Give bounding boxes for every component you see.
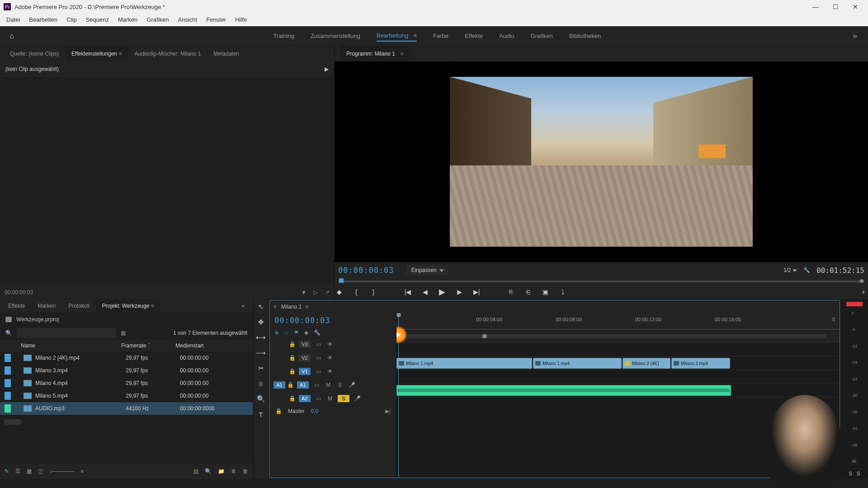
maximize-button[interactable]: ☐ [826,0,844,13]
menu-datei[interactable]: Datei [2,14,24,26]
lift-button[interactable]: ⎘ [506,287,515,296]
new-item-button[interactable]: 🗎 [231,468,236,474]
sync-lock-icon[interactable]: ▭ [314,355,322,361]
add-marker-button[interactable]: ◆ [335,287,344,296]
program-tab[interactable]: Programm: Milano 1 ≡ [340,46,410,61]
play-only-icon[interactable]: ▶ [325,66,329,72]
menu-hilfe[interactable]: Hilfe [231,14,251,26]
eye-icon[interactable]: 👁 [326,341,334,347]
program-timecode[interactable]: 00:00:00:03 [338,266,394,275]
workspace-tab-training[interactable]: Training [273,31,294,41]
linked-selection-icon[interactable]: ∩ [284,329,288,336]
selection-tool[interactable]: ↖ [256,302,266,312]
list-view-icon[interactable]: ☰ [15,468,20,474]
minimize-button[interactable]: — [807,0,825,13]
video-clip[interactable]: Milano 3.mp4 [671,358,730,369]
timeline-marker-icon[interactable]: ◆ [304,329,308,336]
zoom-fit-select[interactable]: Einpassen [407,265,449,275]
menu-sequenz[interactable]: Sequenz [81,14,113,26]
project-tab[interactable]: Protokoll [62,299,96,313]
workspace-tab-grafiken[interactable]: Grafiken [531,31,553,41]
automate-icon[interactable]: ▤ [193,468,198,474]
menu-bearbeiten[interactable]: Bearbeiten [24,14,62,26]
program-scrubber[interactable] [338,278,864,284]
sequence-tab[interactable]: Milano 1 [281,304,302,310]
lock-icon[interactable]: 🔒 [289,395,295,402]
audio-clip[interactable] [396,385,731,396]
menu-grafiken[interactable]: Grafiken [142,14,173,26]
add-marker-icon[interactable]: ⚑ [294,329,299,336]
ripple-edit-tool[interactable]: ⟷ [256,333,266,343]
track-a1[interactable] [396,370,840,384]
menu-fenster[interactable]: Fenster [202,14,231,26]
sync-lock-icon[interactable]: ▭ [314,341,322,347]
mute-button[interactable]: M [324,382,332,388]
timeline-zoom-bar[interactable] [401,334,826,338]
horizontal-scrollbar[interactable] [4,419,22,425]
video-clip[interactable]: Milano 2 (4K) [623,358,670,369]
zoom-slider[interactable]: ○———— [49,468,74,474]
track-header-a2[interactable]: 🔒 A2 ▭ M S 🎤 [270,392,396,405]
project-row[interactable]: Milano 3.mp429,97 fps00:00:00:00 [0,364,253,377]
column-framerate[interactable]: Framerate ˄ [118,343,172,349]
home-button[interactable]: ⌂ [5,30,18,42]
workspace-tab-farbe[interactable]: Farbe [433,31,448,41]
goto-out-button[interactable]: ▶| [472,287,481,296]
column-mediastart[interactable]: Medienstart [172,343,235,349]
track-header-v3[interactable]: 🔒 V3 ▭ 👁 [270,338,396,351]
solo-left[interactable]: S [849,471,852,476]
mark-out-button[interactable]: } [369,287,378,296]
source-tab[interactable]: Effekteinstellungen ≡ [65,46,128,61]
find-icon[interactable]: 🔍 [205,468,212,474]
source-tab[interactable]: Quelle: (keine Clips) [4,46,65,61]
new-bin-icon[interactable]: ▦ [121,330,126,336]
source-tab[interactable]: Metadaten [207,46,245,61]
button-editor[interactable]: + [859,287,868,296]
master-level[interactable]: 0,0 [311,408,319,414]
track-a2[interactable] [396,384,840,397]
lock-icon[interactable]: 🔒 [289,355,295,361]
delete-button[interactable]: 🗑 [243,468,248,474]
lock-icon[interactable]: 🔒 [275,408,282,414]
close-button[interactable]: ✕ [846,0,864,13]
track-header-a1[interactable]: A1 🔒 A1 ▭ M S 🎤 [270,378,396,392]
export-frame-icon[interactable]: ↗ [325,289,330,296]
zoom-tool[interactable]: 🔍 [256,394,266,404]
icon-view-icon[interactable]: ▦ [27,468,32,474]
lock-icon[interactable]: 🔒 [289,368,295,375]
sort-icon[interactable]: ≡ [80,468,84,474]
menu-marken[interactable]: Marken [113,14,142,26]
voiceover-icon[interactable]: 🎤 [348,382,356,388]
comparison-button[interactable]: ⤵ [558,287,567,296]
workspace-tab-zusammenstellung[interactable]: Zusammenstellung [311,31,360,41]
video-clip[interactable]: Milano 1.mp4 [396,358,532,369]
solo-right[interactable]: S [857,471,860,476]
workspace-tab-bibliotheken[interactable]: Bibliotheken [569,31,601,41]
workspace-overflow[interactable]: » [847,31,863,41]
step-forward-button[interactable]: ▶ [455,287,464,296]
project-row[interactable]: AUDIO.mp344100 Hz00:00:00:0000 [0,402,253,415]
source-tab[interactable]: Audioclip-Mischer: Milano 1 [128,46,208,61]
mark-in-button[interactable]: { [352,287,361,296]
play-button[interactable]: ▶ [438,287,447,296]
mute-button[interactable]: M [326,395,334,402]
export-frame-button[interactable]: ▣ [541,287,550,296]
solo-button[interactable]: S [338,395,349,402]
voiceover-icon[interactable]: 🎤 [353,395,361,402]
source-patch-a1[interactable]: A1 [274,381,285,389]
project-row[interactable]: Milano 2 (4K).mp429,97 fps00:00:00:00 [0,352,253,364]
master-track[interactable]: 🔒 Master 0,0 ▶| [270,405,396,417]
loop-icon[interactable]: ▷ [314,289,318,296]
goto-end-icon[interactable]: ▶| [385,408,391,414]
workspace-tab-bearbeitung[interactable]: Bearbeitung ≡ [377,30,417,42]
peak-indicator[interactable] [846,302,863,306]
project-tab[interactable]: Projekt: Werkzeuge ≡ [96,299,160,313]
workspace-tab-audio[interactable]: Audio [499,31,514,41]
settings-icon[interactable]: 🔧 [803,267,810,273]
menu-ansicht[interactable]: Ansicht [173,14,202,26]
snap-icon[interactable]: ※ [274,329,279,336]
panel-menu-icon[interactable]: ≡ [400,51,403,57]
track-v1[interactable]: Milano 1.mp4Milano 1.mp4Milano 2 (4K)Mil… [396,357,840,370]
pen-icon[interactable]: ✎ [5,468,9,474]
new-bin-button[interactable]: 📁 [218,468,225,474]
